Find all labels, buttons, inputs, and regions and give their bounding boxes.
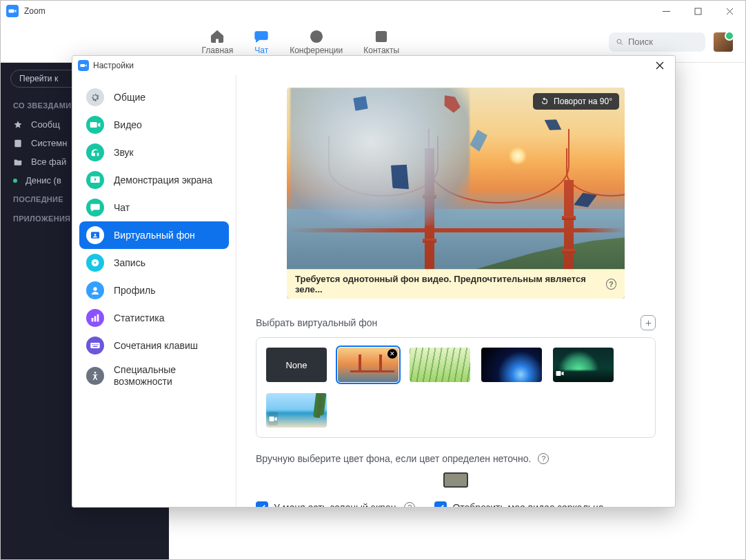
dialog-titlebar: Настройки — [72, 56, 675, 75]
svg-rect-23 — [556, 371, 561, 376]
settings-nav-accessibility[interactable]: Специальные возможности — [79, 359, 229, 392]
settings-nav-general[interactable]: Общие — [79, 83, 229, 111]
accessibility-icon — [86, 367, 104, 385]
bg-thumb-none-label: None — [285, 360, 307, 370]
sidebar-label: Сообщ — [31, 119, 60, 130]
virtual-bg-icon — [86, 226, 104, 244]
settings-nav-audio[interactable]: Звук — [79, 139, 229, 166]
settings-dialog: Настройки Общие Видео Звук Демонстрация … — [72, 55, 676, 508]
svg-point-22 — [94, 372, 97, 374]
svg-rect-17 — [92, 344, 92, 345]
video-badge-icon — [555, 366, 565, 380]
video-icon — [86, 116, 104, 134]
svg-rect-15 — [97, 314, 99, 322]
checkbox-label: Отобразить мое видео зеркально — [452, 502, 603, 507]
checkbox-green-screen[interactable]: У меня есть зеленый экран ? — [256, 501, 415, 507]
svg-rect-18 — [94, 344, 94, 345]
settings-nav-record[interactable]: Запись — [79, 249, 229, 277]
nav-home[interactable]: Главная — [202, 29, 234, 55]
help-icon[interactable]: ? — [404, 502, 415, 507]
zoom-logo-icon — [6, 5, 19, 17]
svg-point-4 — [380, 33, 383, 36]
share-screen-icon — [86, 171, 104, 189]
star-icon — [13, 120, 23, 130]
settings-nav-label: Специальные возможности — [114, 364, 222, 388]
contacts-icon — [374, 29, 389, 44]
svg-rect-1 — [695, 8, 701, 14]
settings-nav-label: Запись — [114, 257, 145, 269]
choose-bg-label: Выбрать виртуальный фон — [256, 317, 377, 328]
file-icon — [13, 139, 23, 148]
search-input[interactable] — [628, 37, 698, 47]
minimize-button[interactable] — [650, 1, 682, 21]
nav-home-label: Главная — [202, 46, 234, 55]
settings-nav-share[interactable]: Демонстрация экрана — [79, 166, 229, 194]
settings-nav-label: Статистика — [114, 312, 165, 324]
svg-rect-21 — [93, 346, 98, 347]
bg-color-picker[interactable] — [443, 472, 468, 488]
svg-point-9 — [94, 234, 97, 236]
nav-chat-label: Чат — [254, 46, 268, 55]
video-badge-icon — [268, 412, 278, 426]
settings-nav-virtual-bg[interactable]: Виртуальный фон — [79, 221, 229, 249]
preview-image — [287, 88, 625, 299]
status-dot-icon — [13, 179, 17, 183]
settings-nav-label: Профиль — [114, 285, 155, 297]
settings-nav-label: Видео — [114, 119, 142, 131]
avatar[interactable] — [714, 32, 733, 52]
bg-thumb-beach[interactable] — [266, 393, 327, 428]
chat-bubble-icon — [86, 199, 104, 217]
sidebar-label: Системн — [31, 138, 67, 148]
svg-rect-0 — [663, 11, 670, 12]
help-icon[interactable]: ? — [538, 453, 549, 464]
search-box[interactable] — [609, 32, 705, 52]
dialog-close-button[interactable] — [649, 57, 671, 74]
nav-meetings-label: Конференции — [290, 46, 343, 55]
window-title: Zoom — [24, 6, 46, 16]
preview-warning-text: Требуется однотонный фон видео. Предпочт… — [295, 274, 601, 294]
close-button[interactable] — [714, 1, 745, 21]
svg-rect-19 — [96, 344, 97, 345]
settings-nav-label: Виртуальный фон — [114, 230, 195, 241]
zoom-logo-icon — [78, 60, 89, 71]
dialog-title: Настройки — [93, 61, 134, 70]
nav-contacts-label: Контакты — [363, 46, 399, 55]
bg-thumb-aurora[interactable] — [553, 348, 614, 382]
clock-icon — [309, 29, 324, 44]
settings-nav-profile[interactable]: Профиль — [79, 277, 229, 304]
headphones-icon — [86, 143, 104, 161]
keyboard-icon — [86, 337, 104, 354]
bg-thumb-bridge[interactable]: ✕ — [338, 348, 399, 382]
settings-nav-label: Чат — [114, 202, 130, 214]
maximize-button[interactable] — [682, 1, 714, 21]
settings-nav-chat[interactable]: Чат — [79, 194, 229, 221]
nav-contacts[interactable]: Контакты — [363, 29, 399, 55]
remove-thumb-button[interactable]: ✕ — [387, 349, 397, 359]
preview-warning: Требуется однотонный фон видео. Предпочт… — [287, 269, 625, 299]
settings-nav-stats[interactable]: Статистика — [79, 304, 229, 332]
settings-nav-label: Общие — [114, 92, 145, 103]
checkbox-mirror-video[interactable]: Отобразить мое видео зеркально — [434, 501, 603, 507]
bg-thumb-grass[interactable] — [410, 348, 470, 382]
settings-nav-keyboard[interactable]: Сочетания клавиш — [79, 332, 229, 359]
svg-point-11 — [94, 261, 97, 264]
bg-thumb-space[interactable] — [481, 348, 542, 382]
settings-content: Поворот на 90° Требуется однотонный фон … — [236, 75, 675, 507]
svg-rect-24 — [270, 417, 274, 421]
bg-thumb-none[interactable]: None — [266, 348, 327, 382]
settings-nav-video[interactable]: Видео — [79, 111, 229, 139]
nav-chat[interactable]: Чат — [254, 29, 269, 55]
profile-icon — [86, 281, 104, 299]
folder-icon — [13, 157, 23, 167]
help-icon[interactable]: ? — [606, 279, 616, 290]
gear-icon — [86, 88, 104, 106]
checkbox-checked-icon — [256, 501, 268, 507]
stats-icon — [86, 309, 104, 327]
settings-nav-label: Звук — [114, 147, 134, 159]
rotate-icon — [540, 97, 550, 106]
nav-meetings[interactable]: Конференции — [290, 29, 343, 55]
sidebar-label: Денис (в — [26, 175, 61, 186]
svg-rect-16 — [90, 343, 99, 348]
add-background-button[interactable]: ＋ — [641, 315, 656, 330]
rotate-button[interactable]: Поворот на 90° — [533, 93, 619, 110]
